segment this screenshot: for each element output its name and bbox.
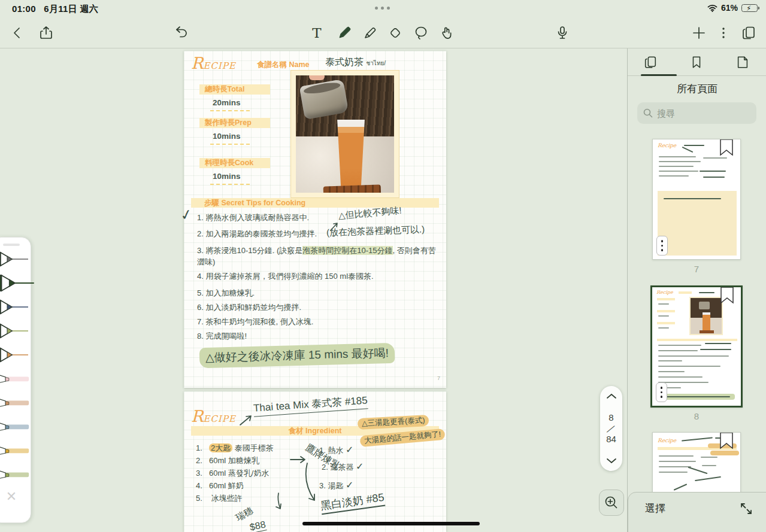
ingredient-line: 5. 冰塊些許: [196, 493, 316, 504]
cook-time-value: 10mins: [213, 172, 241, 181]
ingredient-line: 1.2大匙 泰國手標茶: [196, 443, 316, 454]
ink-arrow: [274, 492, 284, 511]
drawer-close-icon[interactable]: ✕: [0, 487, 31, 507]
step-line: 4. 用袋子濾掉茶屑，我們得到濃縮的 150 ml泰國茶.: [197, 271, 440, 282]
highlighter-tool[interactable]: [0, 439, 31, 463]
pen-tool-selected[interactable]: [335, 24, 353, 42]
handwritten-note-ruisui: 瑞穗: [234, 505, 255, 524]
recipe-logo: RECIPE: [191, 54, 236, 72]
thumbnail-page-7[interactable]: Recipe: [652, 139, 741, 260]
clock: 01:00: [12, 4, 36, 14]
toolbar: T: [0, 17, 766, 48]
search-box[interactable]: [637, 102, 756, 124]
microphone-icon[interactable]: [553, 24, 571, 42]
step-line: 3. 將茶浸泡10-15分鐘. (訣竅是泡茶時間控制在10-15分鐘, 否則會有…: [197, 245, 440, 268]
photo-hand: [309, 75, 325, 80]
expand-icon[interactable]: [740, 502, 753, 515]
battery-icon: ⚡: [741, 4, 758, 12]
thumbnail-menu-button[interactable]: [656, 382, 667, 402]
back-button[interactable]: [8, 24, 26, 42]
gesture-tool[interactable]: [437, 24, 455, 42]
tool-line: 1. 熱水 ✓: [319, 443, 415, 457]
page-counter: 8 ／ 84: [606, 412, 616, 445]
note-page-9[interactable]: RECIPE Thai tea Mix 泰式茶 #185 食材 Ingredie…: [184, 391, 446, 532]
eraser-tool[interactable]: [386, 24, 404, 42]
highlighter-tool[interactable]: [0, 463, 31, 487]
home-indicator[interactable]: [302, 522, 480, 525]
next-page-chevron[interactable]: [606, 458, 617, 464]
handwritten-title: Thai tea Mix 泰式茶 #185: [253, 393, 368, 417]
select-button[interactable]: 選擇: [645, 501, 665, 515]
step-line: 6. 加入淡奶和鮮奶並均勻攪拌.: [197, 302, 440, 314]
tab-bookmarks-icon[interactable]: [687, 53, 706, 71]
drawer-handle[interactable]: [3, 244, 20, 246]
dashed-line: [210, 110, 250, 111]
ingredient-line: 4.60ml 鮮奶: [196, 481, 316, 492]
search-input[interactable]: [657, 108, 747, 118]
pages-overview-icon[interactable]: [740, 24, 758, 42]
tab-other-notes-icon[interactable]: [733, 53, 752, 71]
page-corner-number: 7: [437, 375, 440, 381]
step-line: 1. 將熱水倒入玻璃或耐熱容器中.: [197, 212, 440, 224]
notes-app-window: 01:00 6月11日 週六 61% ⚡ T: [0, 0, 766, 532]
pen-tool[interactable]: [0, 343, 31, 367]
thumbnail-label: 8: [652, 411, 741, 421]
ink-checkmark: ✓: [346, 445, 353, 455]
date: 6月11日 週六: [44, 4, 98, 14]
prep-time-label: 製作時長Prep: [199, 118, 270, 128]
tool-line: 2. 濾茶器 ✓: [322, 460, 417, 473]
thumbnail-page-8-selected[interactable]: Recipe: [650, 285, 743, 408]
highlighter-tool[interactable]: [361, 24, 379, 42]
previous-page-chevron[interactable]: [606, 393, 617, 399]
prep-time-value: 10mins: [213, 132, 241, 141]
pen-drawer-tools: [0, 247, 31, 487]
highlighter-tool[interactable]: [0, 415, 31, 439]
text-tool[interactable]: T: [308, 24, 326, 42]
select-bar: 選擇: [628, 492, 766, 532]
ink-arrow: [239, 413, 253, 426]
pen-tool[interactable]: [0, 319, 31, 343]
step-line: 8. 完成開喝啦!: [197, 331, 440, 342]
thumbnail-menu-button[interactable]: [656, 236, 668, 256]
name-label: 食譜名稱 Name: [257, 60, 310, 70]
step-line: 7. 茶和牛奶均勻混和後, 倒入冰塊.: [197, 317, 440, 328]
pen-drawer: ✕: [0, 237, 31, 523]
pages-sidebar: 所有頁面 Recipe 7 Recip: [627, 48, 766, 532]
recipe-photo: [290, 70, 399, 198]
zoom-tool-button[interactable]: [599, 490, 624, 516]
handwritten-note-evap-milk: 黑白淡奶 #85: [320, 490, 386, 515]
dashed-line: [210, 184, 250, 185]
tool-line: 3. 湯匙 ✓: [319, 478, 415, 492]
handwritten-note-freezer: △做好之後冰冷凍庫 15 mins 最好喝!: [199, 343, 395, 369]
cook-time-label: 料理時長Cook: [199, 158, 270, 168]
ink-highlight: 2大匙: [209, 443, 232, 452]
highlighter-tool[interactable]: [0, 391, 31, 415]
ingredient-line: 3.60ml 蒸發乳/奶水: [196, 468, 316, 479]
steps-section-label: 步驟 Secret Tips for Cooking: [191, 198, 439, 208]
panel-title: 所有頁面: [628, 82, 766, 96]
photo-coaster: [323, 184, 382, 193]
pen-tool-selected[interactable]: [0, 269, 37, 297]
wifi-icon: [707, 4, 717, 12]
ink-highlight: 泡茶時間控制在10-15分鐘: [302, 246, 392, 255]
more-options-icon[interactable]: [714, 24, 732, 42]
total-time-value: 20mins: [213, 98, 241, 107]
handwritten-note-price: $88: [249, 519, 267, 532]
add-page-button[interactable]: [690, 24, 708, 42]
share-icon[interactable]: [37, 24, 55, 42]
recipe-logo: RECIPE: [191, 407, 236, 425]
pen-tool[interactable]: [0, 247, 31, 271]
page-navigator: 8 ／ 84: [600, 386, 622, 471]
note-page-8[interactable]: RECIPE 食譜名稱 Name 泰式奶茶 ชาไทย/ 總時長Total 20…: [184, 51, 446, 388]
highlighter-tool[interactable]: [0, 367, 31, 391]
ink-checkmark: ✓: [356, 461, 364, 472]
pen-tool[interactable]: [0, 295, 31, 319]
bookmark-ribbon: [720, 139, 733, 156]
ink-checkmark: ✓: [346, 480, 353, 490]
magnifier-plus-icon: [604, 495, 619, 510]
sidebar-tabs: [628, 48, 766, 76]
undo-icon[interactable]: [172, 24, 190, 42]
tab-all-pages-icon[interactable]: [641, 53, 660, 71]
selected-tab-indicator: [641, 74, 677, 76]
lasso-tool[interactable]: [412, 24, 430, 42]
